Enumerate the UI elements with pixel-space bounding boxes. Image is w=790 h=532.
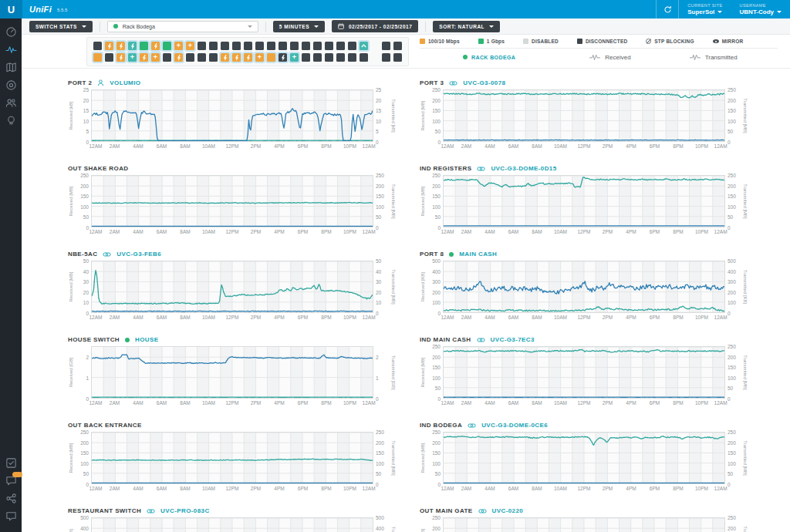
x-tick-label: 10AM xyxy=(554,143,567,149)
port-cell-ob[interactable] xyxy=(244,53,252,62)
port-cell-d[interactable] xyxy=(348,42,356,50)
link-icon xyxy=(468,423,476,429)
chart-device-link[interactable]: UVC-G3-7EC3 xyxy=(491,336,535,343)
sidebar-item-clients[interactable] xyxy=(5,96,17,109)
port-cell-d[interactable] xyxy=(93,42,102,50)
port-cell-op[interactable]: + xyxy=(186,42,194,50)
port-cell-op[interactable]: + xyxy=(255,53,264,62)
chart-plot-area[interactable] xyxy=(91,261,373,313)
port-cell-ob[interactable] xyxy=(116,53,125,62)
port-cell-op[interactable]: + xyxy=(151,53,160,62)
port-cell-op[interactable]: + xyxy=(174,42,183,50)
chart-body: Received [MB]250200150100500Transmitted … xyxy=(420,346,748,399)
port-cell-d[interactable] xyxy=(221,42,229,50)
port-cell-d[interactable] xyxy=(209,53,218,62)
sort-dropdown[interactable]: SORT: NATURAL xyxy=(433,21,500,32)
chart-plot-area[interactable] xyxy=(91,175,373,227)
chart-plot-area[interactable] xyxy=(91,89,373,142)
port-cell-tc[interactable] xyxy=(360,42,368,50)
port-cell-d[interactable] xyxy=(302,53,310,62)
port-cell-d[interactable] xyxy=(163,53,171,62)
port-cell-d[interactable] xyxy=(105,53,113,62)
port-cell-ob[interactable] xyxy=(221,53,229,62)
date-range-button[interactable]: 02/25/2017 - 02/25/2017 xyxy=(332,20,418,32)
port-cell-d[interactable] xyxy=(393,42,402,50)
port-cell-o[interactable] xyxy=(93,53,102,62)
port-cell-d[interactable] xyxy=(290,42,299,50)
port-cell-d[interactable] xyxy=(232,42,241,50)
port-cell-g[interactable] xyxy=(140,42,148,50)
port-cell-d[interactable] xyxy=(255,42,264,50)
port-cell-d[interactable] xyxy=(348,53,356,62)
y-tick-label: 100 xyxy=(432,118,441,123)
port-cell-d[interactable] xyxy=(313,42,322,50)
port-cell-d[interactable] xyxy=(186,53,194,62)
chart-plot-area[interactable] xyxy=(91,517,373,532)
chart-device-link[interactable]: UVC-G3-DOME-0CE6 xyxy=(481,422,548,429)
port-cell-d[interactable] xyxy=(244,42,252,50)
chart-body: Received [MB]250200150100500Transmitted … xyxy=(420,517,748,532)
chart-plot-area[interactable] xyxy=(443,89,725,142)
chart-plot-area[interactable] xyxy=(91,346,373,399)
current-site-dropdown[interactable]: CURRENT SITE SuperSol xyxy=(687,0,722,19)
chart-device-link[interactable]: MAIN CASH xyxy=(459,251,497,258)
chart-device-link[interactable]: UVC-G3-0078 xyxy=(463,79,505,86)
port-cell-tp[interactable]: + xyxy=(290,53,299,62)
port-cell-ob[interactable] xyxy=(174,53,183,62)
switch-stats-dropdown[interactable]: SWITCH STATS xyxy=(29,21,93,32)
chart-device-link[interactable]: UVC-G3-FEB6 xyxy=(116,251,161,258)
port-cell-d[interactable] xyxy=(325,42,333,50)
ubiquiti-logo[interactable]: U xyxy=(0,0,22,19)
port-cell-ob[interactable] xyxy=(140,53,148,62)
chart-plot-area[interactable] xyxy=(443,346,725,399)
sidebar-item-dashboard[interactable] xyxy=(5,25,17,38)
sidebar-item-devices[interactable] xyxy=(5,79,17,91)
port-cell-d[interactable] xyxy=(198,53,206,62)
port-cell-d[interactable] xyxy=(198,42,206,50)
port-cell-d[interactable] xyxy=(209,42,218,50)
sidebar-item-statistics[interactable] xyxy=(5,43,17,56)
port-cell-d[interactable] xyxy=(279,42,287,50)
sidebar-item-alerts[interactable] xyxy=(5,474,17,487)
port-cell-tb[interactable] xyxy=(128,42,137,50)
port-cell-tp[interactable]: + xyxy=(128,53,137,62)
port-cell-ob[interactable] xyxy=(116,42,125,50)
chart-plot-area[interactable] xyxy=(443,432,725,484)
refresh-button[interactable] xyxy=(656,0,679,19)
sidebar-item-insights[interactable] xyxy=(5,114,17,126)
site-device-select[interactable]: Rack Bodega xyxy=(107,21,258,32)
chart-device-link[interactable]: UVC-0220 xyxy=(492,507,524,514)
port-cell-d[interactable] xyxy=(267,42,275,50)
port-cell-ob[interactable] xyxy=(151,42,160,50)
chart-plot-area[interactable] xyxy=(91,432,373,484)
chart-device-link[interactable]: HOUSE xyxy=(135,336,158,343)
chart-device-link[interactable]: UVC-PRO-083C xyxy=(160,507,209,514)
port-cell-d[interactable] xyxy=(336,42,345,50)
chart-plot-area[interactable] xyxy=(443,175,725,227)
port-cell-d[interactable] xyxy=(336,53,345,62)
sidebar-item-chat[interactable] xyxy=(5,510,17,522)
port-cell-d[interactable] xyxy=(325,53,333,62)
port-cell-d[interactable] xyxy=(313,53,322,62)
chart-plot-area[interactable] xyxy=(443,261,725,313)
port-cell-g[interactable] xyxy=(163,42,171,50)
y-tick-label: 100 xyxy=(728,118,736,123)
port-cell-d[interactable] xyxy=(302,42,310,50)
port-cell-ob[interactable] xyxy=(105,42,113,50)
username-dropdown[interactable]: USERNAME UBNT-Cody xyxy=(740,0,782,19)
sidebar-item-map[interactable] xyxy=(5,61,17,73)
port-cell-d[interactable] xyxy=(393,53,402,62)
chart-device-link[interactable]: UVC-G3-DOME-0D15 xyxy=(491,165,556,172)
sidebar-item-events[interactable] xyxy=(5,456,17,469)
port-cell-o[interactable] xyxy=(267,53,275,62)
port-cell-d[interactable] xyxy=(382,42,390,50)
port-cell-d[interactable] xyxy=(360,53,368,62)
chart-plot-area[interactable] xyxy=(443,517,725,532)
chart-device-link[interactable]: VOLUMIO xyxy=(110,79,140,86)
port-cell-ob[interactable] xyxy=(232,53,241,62)
interval-dropdown[interactable]: 5 MINUTES xyxy=(273,21,325,32)
port-cell-db[interactable] xyxy=(279,53,287,62)
sidebar-item-settings[interactable] xyxy=(5,492,17,504)
port-cell-d[interactable] xyxy=(382,53,390,62)
y-tick-label: 200 xyxy=(728,183,736,188)
